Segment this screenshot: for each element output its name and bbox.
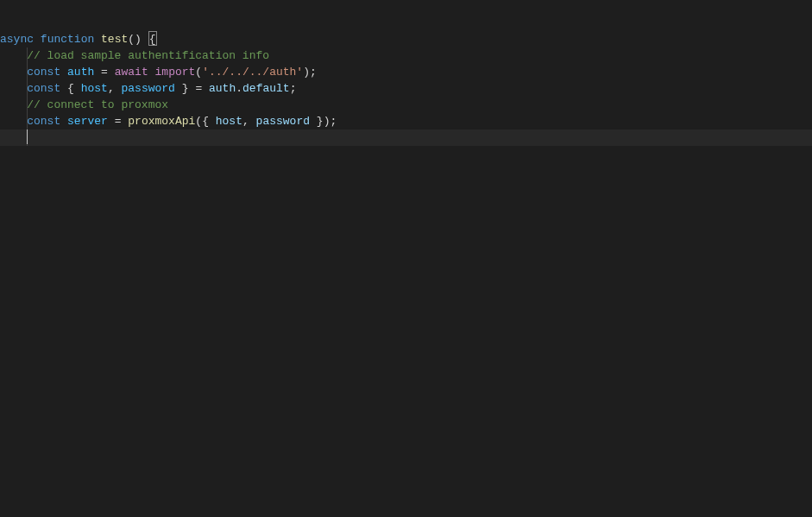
var-auth: auth <box>67 66 94 79</box>
code-line[interactable]: // load sample authentification info <box>0 47 812 64</box>
code-editor[interactable]: async function test() { // load sample a… <box>0 0 812 517</box>
open-brace: { <box>148 31 157 46</box>
function-name: test <box>101 33 128 46</box>
code-line[interactable]: const auth = await import('../../../auth… <box>0 64 812 80</box>
keyword-const: const <box>27 115 60 128</box>
keyword-function: function <box>41 33 94 46</box>
keyword-import: import <box>155 66 196 79</box>
var-auth: auth <box>209 82 236 95</box>
var-server: server <box>67 115 108 128</box>
prop-password: password <box>256 115 310 128</box>
prop-host: host <box>216 115 242 128</box>
prop-default: default <box>242 82 290 95</box>
code-line[interactable] <box>0 129 812 146</box>
var-password: password <box>122 82 175 95</box>
string-literal: '../../../auth' <box>202 66 303 79</box>
comment: // connect to proxmox <box>0 98 168 111</box>
code-line[interactable]: const { host, password } = auth.default; <box>0 80 812 97</box>
keyword-const: const <box>27 82 60 95</box>
parentheses: () <box>128 33 142 46</box>
keyword-async: async <box>0 33 34 46</box>
code-line[interactable]: // connect to proxmox <box>0 97 812 113</box>
var-host: host <box>81 82 108 95</box>
keyword-await: await <box>115 66 148 79</box>
comment: // load sample authentification info <box>0 49 269 62</box>
keyword-const: const <box>27 66 60 79</box>
code-line[interactable]: async function test() { <box>0 31 812 47</box>
code-line[interactable]: const server = proxmoxApi({ host, passwo… <box>0 113 812 129</box>
function-call: proxmoxApi <box>128 115 195 128</box>
